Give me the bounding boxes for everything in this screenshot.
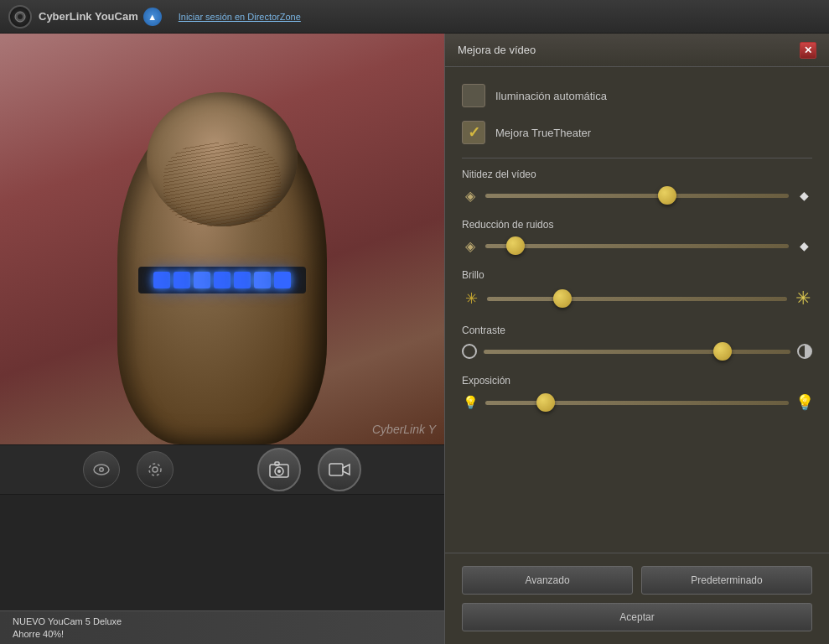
svg-point-9 xyxy=(277,470,281,473)
brightness-slider[interactable] xyxy=(487,290,787,307)
left-panel: CyberLink Y xyxy=(0,34,444,644)
camera-view: CyberLink Y xyxy=(0,34,444,444)
brightness-section: Brillo ✳ ✳ xyxy=(462,269,812,309)
titlebar: CyberLink YouCam ▲ Iniciar sesión en Dir… xyxy=(0,0,829,34)
svg-point-4 xyxy=(101,469,103,471)
contrast-icon-left xyxy=(462,344,477,359)
dialog-content: Iluminación automática ✓ Mejora TrueThea… xyxy=(445,67,829,553)
brightness-icon-right: ✳ xyxy=(794,288,812,309)
main-content: CyberLink Y xyxy=(0,34,829,644)
dialog-footer: Avanzado Predeterminado Aceptar xyxy=(445,553,829,644)
truetheater-label: Mejora TrueTheater xyxy=(495,127,591,139)
truetheater-checkbox[interactable]: ✓ xyxy=(462,121,485,144)
sharpness-icon-right: ◆ xyxy=(795,189,812,202)
default-button[interactable]: Predeterminado xyxy=(641,566,812,595)
svg-rect-11 xyxy=(329,464,343,475)
exposure-label: Exposición xyxy=(462,375,812,387)
noise-icon-left: ◈ xyxy=(462,238,479,254)
sharpness-slider[interactable] xyxy=(485,187,789,204)
footer-buttons: Avanzado Predeterminado xyxy=(462,566,812,595)
contrast-icon-right xyxy=(797,344,812,359)
sharpness-label: Nitidez del vídeo xyxy=(462,169,812,180)
noise-section: Reducción de ruidos ◈ ◆ xyxy=(462,219,812,254)
truetheater-row: ✓ Mejora TrueTheater xyxy=(462,121,812,144)
svg-point-6 xyxy=(149,464,161,475)
sharpness-icon-left: ◈ xyxy=(462,188,479,204)
auto-illumination-row: Iluminación automática xyxy=(462,84,812,107)
close-button[interactable]: ✕ xyxy=(800,42,816,59)
photo-button[interactable] xyxy=(257,448,301,491)
accept-button[interactable]: Aceptar xyxy=(462,603,812,631)
app-title: CyberLink YouCam xyxy=(39,10,138,23)
exposure-icon-right: 💡 xyxy=(795,393,812,412)
promo-line1: NUEVO YouCam 5 Deluxe xyxy=(13,615,122,627)
contrast-slider[interactable] xyxy=(484,343,790,360)
brightness-slider-row: ✳ ✳ xyxy=(462,288,812,309)
promo-line2: Ahorre 40%! xyxy=(13,628,122,640)
separator xyxy=(462,158,812,158)
svg-marker-12 xyxy=(343,465,350,475)
video-button[interactable] xyxy=(318,448,361,491)
brightness-icon-left: ✳ xyxy=(462,289,480,308)
contrast-slider-row xyxy=(462,343,812,360)
exposure-section: Exposición 💡 💡 xyxy=(462,375,812,412)
svg-rect-10 xyxy=(275,462,279,465)
contrast-section: Contraste xyxy=(462,325,812,360)
update-icon[interactable]: ▲ xyxy=(143,8,162,26)
camera-controls xyxy=(0,444,444,495)
exposure-slider-row: 💡 💡 xyxy=(462,393,812,412)
contrast-label: Contraste xyxy=(462,325,812,336)
login-link[interactable]: Iniciar sesión en DirectorZone xyxy=(179,12,301,22)
auto-illumination-label: Iluminación automática xyxy=(495,90,607,102)
eye-button[interactable] xyxy=(83,451,120,488)
svg-point-5 xyxy=(153,467,158,472)
promo-text: NUEVO YouCam 5 Deluxe Ahorre 40%! xyxy=(13,615,122,640)
app-window: CyberLink YouCam ▲ Iniciar sesión en Dir… xyxy=(0,0,829,644)
svg-point-1 xyxy=(18,14,23,19)
brightness-label: Brillo xyxy=(462,269,812,281)
noise-icon-right: ◆ xyxy=(795,239,812,252)
noise-slider[interactable] xyxy=(485,237,789,254)
dialog-titlebar: Mejora de vídeo ✕ xyxy=(445,34,829,67)
app-logo xyxy=(8,5,32,29)
noise-label: Reducción de ruidos xyxy=(462,219,812,231)
video-enhancement-dialog: Mejora de vídeo ✕ Iluminación automática… xyxy=(444,34,829,644)
dialog-title: Mejora de vídeo xyxy=(458,44,536,56)
checkmark-icon: ✓ xyxy=(468,123,480,142)
noise-slider-row: ◈ ◆ xyxy=(462,237,812,254)
text-area[interactable] xyxy=(0,495,444,610)
advanced-button[interactable]: Avanzado xyxy=(462,566,633,595)
sharpness-slider-row: ◈ ◆ xyxy=(462,187,812,204)
sharpness-section: Nitidez del vídeo ◈ ◆ xyxy=(462,169,812,204)
promo-bar: NUEVO YouCam 5 Deluxe Ahorre 40%! xyxy=(0,610,444,644)
auto-illumination-checkbox[interactable] xyxy=(462,84,485,107)
exposure-slider[interactable] xyxy=(485,394,789,411)
camera-watermark: CyberLink Y xyxy=(372,423,436,436)
settings-button[interactable] xyxy=(137,451,174,488)
exposure-icon-left: 💡 xyxy=(462,395,479,410)
